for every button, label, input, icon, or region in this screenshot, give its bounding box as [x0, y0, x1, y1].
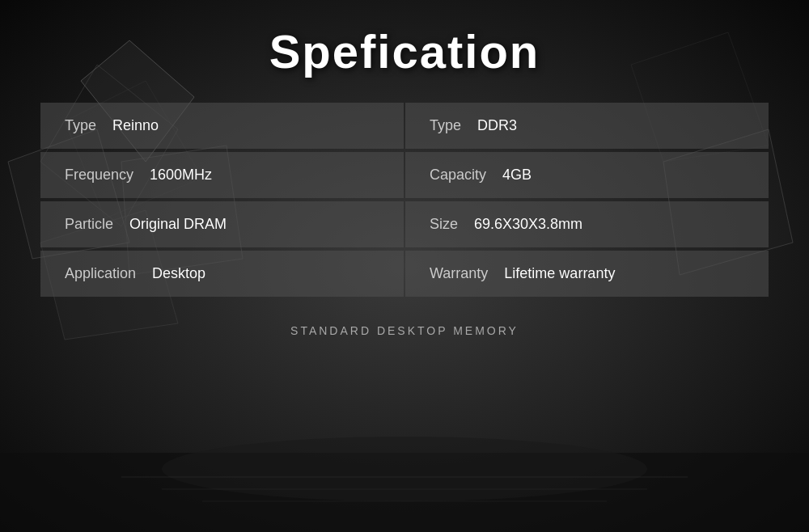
- spec-label-left-0: Type: [65, 117, 96, 134]
- spec-label-right-0: Type: [430, 117, 461, 134]
- main-content: Spefication TypeReinnoTypeDDR3Frequency1…: [0, 0, 809, 532]
- page-title: Spefication: [269, 24, 540, 78]
- spec-value-right-3: Lifetime warranty: [504, 265, 615, 282]
- spec-cell-right-0: TypeDDR3: [405, 103, 769, 149]
- spec-cell-right-1: Capacity4GB: [405, 152, 769, 198]
- spec-value-right-2: 69.6X30X3.8mm: [474, 216, 582, 233]
- spec-row-1: Frequency1600MHzCapacity4GB: [40, 152, 769, 198]
- spec-cell-right-2: Size69.6X30X3.8mm: [405, 201, 769, 247]
- spec-value-left-3: Desktop: [152, 265, 205, 282]
- spec-value-right-0: DDR3: [477, 117, 517, 134]
- spec-value-left-2: Original DRAM: [129, 216, 227, 233]
- spec-cell-left-3: ApplicationDesktop: [40, 251, 404, 297]
- spec-label-left-1: Frequency: [65, 167, 133, 184]
- spec-cell-left-1: Frequency1600MHz: [40, 152, 404, 198]
- spec-label-left-3: Application: [65, 265, 136, 282]
- spec-label-right-2: Size: [430, 216, 458, 233]
- spec-label-right-3: Warranty: [430, 265, 488, 282]
- spec-value-left-1: 1600MHz: [150, 167, 212, 184]
- spec-cell-right-3: WarrantyLifetime warranty: [405, 251, 769, 297]
- spec-cell-left-0: TypeReinno: [40, 103, 404, 149]
- footer-text: STANDARD DESKTOP MEMORY: [290, 324, 519, 337]
- spec-label-left-2: Particle: [65, 216, 113, 233]
- spec-row-2: ParticleOriginal DRAMSize69.6X30X3.8mm: [40, 201, 769, 247]
- spec-row-0: TypeReinnoTypeDDR3: [40, 103, 769, 149]
- spec-label-right-1: Capacity: [430, 167, 486, 184]
- spec-table: TypeReinnoTypeDDR3Frequency1600MHzCapaci…: [40, 103, 769, 300]
- spec-cell-left-2: ParticleOriginal DRAM: [40, 201, 404, 247]
- spec-value-right-1: 4GB: [502, 167, 532, 184]
- spec-row-3: ApplicationDesktopWarrantyLifetime warra…: [40, 251, 769, 297]
- spec-value-left-0: Reinno: [112, 117, 159, 134]
